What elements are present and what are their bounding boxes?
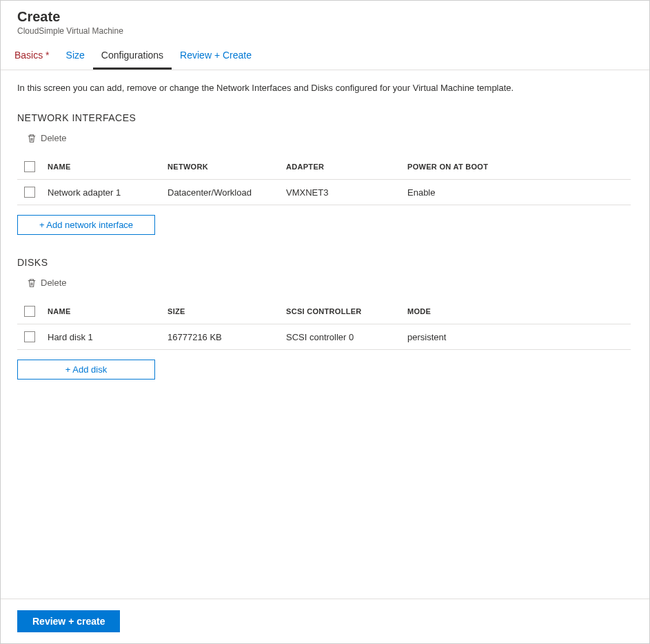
disks-row-checkbox[interactable] xyxy=(24,331,35,342)
network-table: NAME NETWORK ADAPTER POWER ON AT BOOT Ne… xyxy=(17,154,631,205)
content-area: In this screen you can add, remove or ch… xyxy=(1,70,649,599)
network-table-header: NAME NETWORK ADAPTER POWER ON AT BOOT xyxy=(17,154,631,180)
disks-col-controller: SCSI CONTROLLER xyxy=(286,307,407,315)
tab-bar: Basics Size Configurations Review + Crea… xyxy=(1,43,649,70)
trash-icon xyxy=(27,278,37,288)
tab-basics[interactable]: Basics xyxy=(6,43,58,70)
disks-row-controller: SCSI controller 0 xyxy=(286,332,407,342)
page-subtitle: CloudSimple Virtual Machine xyxy=(17,26,633,36)
disks-col-mode: MODE xyxy=(407,307,545,315)
table-row[interactable]: Hard disk 1 16777216 KB SCSI controller … xyxy=(17,324,631,350)
disks-row-size: 16777216 KB xyxy=(167,332,286,342)
disks-select-all-checkbox[interactable] xyxy=(24,306,35,317)
network-row-power: Enable xyxy=(407,187,545,198)
trash-icon xyxy=(27,134,37,143)
disks-row-mode: persistent xyxy=(407,332,545,342)
network-delete-label: Delete xyxy=(41,133,67,143)
network-col-network: NETWORK xyxy=(167,163,286,171)
tab-review[interactable]: Review + Create xyxy=(172,43,260,70)
screen-description: In this screen you can add, remove or ch… xyxy=(17,83,633,93)
tab-size[interactable]: Size xyxy=(58,43,93,70)
add-disk-button[interactable]: + Add disk xyxy=(17,360,155,380)
network-select-all-checkbox[interactable] xyxy=(24,161,35,172)
disks-table: NAME SIZE SCSI CONTROLLER MODE Hard disk… xyxy=(17,299,631,350)
page-title: Create xyxy=(17,9,633,25)
table-row[interactable]: Network adapter 1 Datacenter/Workload VM… xyxy=(17,180,631,205)
network-row-network: Datacenter/Workload xyxy=(167,187,286,198)
disks-col-size: SIZE xyxy=(167,307,286,315)
review-create-button[interactable]: Review + create xyxy=(17,610,120,632)
disks-delete-label: Delete xyxy=(41,278,67,288)
add-network-interface-button[interactable]: + Add network interface xyxy=(17,215,155,235)
disks-delete-button[interactable]: Delete xyxy=(17,278,633,288)
disks-col-name: NAME xyxy=(48,307,167,315)
network-col-name: NAME xyxy=(48,163,167,171)
network-section-title: NETWORK INTERFACES xyxy=(17,112,633,123)
disks-table-header: NAME SIZE SCSI CONTROLLER MODE xyxy=(17,299,631,324)
disks-row-name: Hard disk 1 xyxy=(48,332,167,342)
network-row-checkbox[interactable] xyxy=(24,187,35,198)
network-col-adapter: ADAPTER xyxy=(286,163,407,171)
network-delete-button[interactable]: Delete xyxy=(17,133,633,143)
footer-bar: Review + create xyxy=(1,599,649,643)
network-row-adapter: VMXNET3 xyxy=(286,187,407,198)
network-col-power: POWER ON AT BOOT xyxy=(407,163,545,171)
network-row-name: Network adapter 1 xyxy=(48,187,167,198)
tab-configurations[interactable]: Configurations xyxy=(93,43,172,70)
disks-section-title: DISKS xyxy=(17,257,633,268)
page-header: Create CloudSimple Virtual Machine xyxy=(1,1,649,43)
